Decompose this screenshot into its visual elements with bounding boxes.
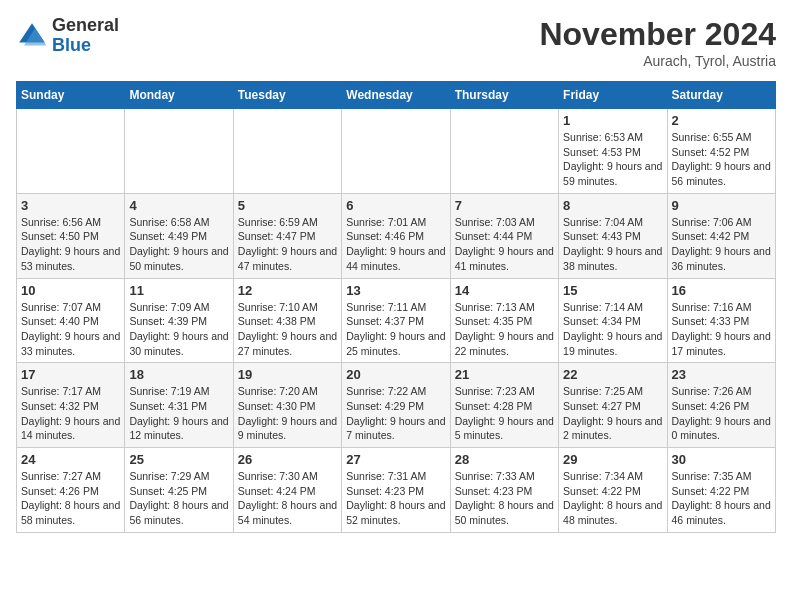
day-number: 13: [346, 283, 445, 298]
calendar-cell: 29Sunrise: 7:34 AM Sunset: 4:22 PM Dayli…: [559, 448, 667, 533]
day-number: 26: [238, 452, 337, 467]
calendar-cell: 22Sunrise: 7:25 AM Sunset: 4:27 PM Dayli…: [559, 363, 667, 448]
calendar-cell: 12Sunrise: 7:10 AM Sunset: 4:38 PM Dayli…: [233, 278, 341, 363]
day-number: 6: [346, 198, 445, 213]
day-info: Sunrise: 7:20 AM Sunset: 4:30 PM Dayligh…: [238, 384, 337, 443]
day-number: 14: [455, 283, 554, 298]
day-info: Sunrise: 7:11 AM Sunset: 4:37 PM Dayligh…: [346, 300, 445, 359]
weekday-header-wednesday: Wednesday: [342, 82, 450, 109]
calendar-cell: 17Sunrise: 7:17 AM Sunset: 4:32 PM Dayli…: [17, 363, 125, 448]
logo-text: General Blue: [52, 16, 119, 56]
month-title: November 2024: [539, 16, 776, 53]
weekday-header-monday: Monday: [125, 82, 233, 109]
calendar-cell: 7Sunrise: 7:03 AM Sunset: 4:44 PM Daylig…: [450, 193, 558, 278]
calendar-cell: 11Sunrise: 7:09 AM Sunset: 4:39 PM Dayli…: [125, 278, 233, 363]
calendar-week-2: 3Sunrise: 6:56 AM Sunset: 4:50 PM Daylig…: [17, 193, 776, 278]
day-number: 17: [21, 367, 120, 382]
day-number: 30: [672, 452, 771, 467]
calendar-cell: 5Sunrise: 6:59 AM Sunset: 4:47 PM Daylig…: [233, 193, 341, 278]
day-info: Sunrise: 7:34 AM Sunset: 4:22 PM Dayligh…: [563, 469, 662, 528]
calendar-cell: 6Sunrise: 7:01 AM Sunset: 4:46 PM Daylig…: [342, 193, 450, 278]
calendar-cell: 26Sunrise: 7:30 AM Sunset: 4:24 PM Dayli…: [233, 448, 341, 533]
calendar-cell: 8Sunrise: 7:04 AM Sunset: 4:43 PM Daylig…: [559, 193, 667, 278]
day-number: 23: [672, 367, 771, 382]
calendar-cell: 23Sunrise: 7:26 AM Sunset: 4:26 PM Dayli…: [667, 363, 775, 448]
calendar-cell: [125, 109, 233, 194]
day-number: 24: [21, 452, 120, 467]
day-info: Sunrise: 7:13 AM Sunset: 4:35 PM Dayligh…: [455, 300, 554, 359]
day-info: Sunrise: 7:03 AM Sunset: 4:44 PM Dayligh…: [455, 215, 554, 274]
day-number: 15: [563, 283, 662, 298]
calendar-cell: 13Sunrise: 7:11 AM Sunset: 4:37 PM Dayli…: [342, 278, 450, 363]
calendar-cell: 16Sunrise: 7:16 AM Sunset: 4:33 PM Dayli…: [667, 278, 775, 363]
day-info: Sunrise: 7:33 AM Sunset: 4:23 PM Dayligh…: [455, 469, 554, 528]
calendar-week-5: 24Sunrise: 7:27 AM Sunset: 4:26 PM Dayli…: [17, 448, 776, 533]
calendar-cell: 19Sunrise: 7:20 AM Sunset: 4:30 PM Dayli…: [233, 363, 341, 448]
calendar-cell: 27Sunrise: 7:31 AM Sunset: 4:23 PM Dayli…: [342, 448, 450, 533]
calendar-table: SundayMondayTuesdayWednesdayThursdayFrid…: [16, 81, 776, 533]
day-info: Sunrise: 7:07 AM Sunset: 4:40 PM Dayligh…: [21, 300, 120, 359]
day-info: Sunrise: 7:23 AM Sunset: 4:28 PM Dayligh…: [455, 384, 554, 443]
calendar-cell: 14Sunrise: 7:13 AM Sunset: 4:35 PM Dayli…: [450, 278, 558, 363]
day-info: Sunrise: 6:58 AM Sunset: 4:49 PM Dayligh…: [129, 215, 228, 274]
weekday-header-row: SundayMondayTuesdayWednesdayThursdayFrid…: [17, 82, 776, 109]
calendar-cell: 15Sunrise: 7:14 AM Sunset: 4:34 PM Dayli…: [559, 278, 667, 363]
logo-line2: Blue: [52, 36, 119, 56]
day-info: Sunrise: 6:53 AM Sunset: 4:53 PM Dayligh…: [563, 130, 662, 189]
day-number: 2: [672, 113, 771, 128]
weekday-header-friday: Friday: [559, 82, 667, 109]
calendar-week-3: 10Sunrise: 7:07 AM Sunset: 4:40 PM Dayli…: [17, 278, 776, 363]
day-info: Sunrise: 6:59 AM Sunset: 4:47 PM Dayligh…: [238, 215, 337, 274]
day-info: Sunrise: 7:35 AM Sunset: 4:22 PM Dayligh…: [672, 469, 771, 528]
day-info: Sunrise: 6:55 AM Sunset: 4:52 PM Dayligh…: [672, 130, 771, 189]
day-number: 5: [238, 198, 337, 213]
calendar-cell: 28Sunrise: 7:33 AM Sunset: 4:23 PM Dayli…: [450, 448, 558, 533]
day-number: 1: [563, 113, 662, 128]
day-number: 18: [129, 367, 228, 382]
calendar-cell: 18Sunrise: 7:19 AM Sunset: 4:31 PM Dayli…: [125, 363, 233, 448]
day-info: Sunrise: 7:30 AM Sunset: 4:24 PM Dayligh…: [238, 469, 337, 528]
day-info: Sunrise: 7:22 AM Sunset: 4:29 PM Dayligh…: [346, 384, 445, 443]
logo-icon: [16, 20, 48, 52]
day-info: Sunrise: 7:26 AM Sunset: 4:26 PM Dayligh…: [672, 384, 771, 443]
calendar-cell: 1Sunrise: 6:53 AM Sunset: 4:53 PM Daylig…: [559, 109, 667, 194]
day-info: Sunrise: 7:29 AM Sunset: 4:25 PM Dayligh…: [129, 469, 228, 528]
day-info: Sunrise: 7:27 AM Sunset: 4:26 PM Dayligh…: [21, 469, 120, 528]
page-header: General Blue November 2024 Aurach, Tyrol…: [16, 16, 776, 69]
location: Aurach, Tyrol, Austria: [539, 53, 776, 69]
day-number: 4: [129, 198, 228, 213]
day-info: Sunrise: 7:31 AM Sunset: 4:23 PM Dayligh…: [346, 469, 445, 528]
day-info: Sunrise: 7:19 AM Sunset: 4:31 PM Dayligh…: [129, 384, 228, 443]
day-info: Sunrise: 6:56 AM Sunset: 4:50 PM Dayligh…: [21, 215, 120, 274]
day-number: 9: [672, 198, 771, 213]
logo: General Blue: [16, 16, 119, 56]
day-info: Sunrise: 7:17 AM Sunset: 4:32 PM Dayligh…: [21, 384, 120, 443]
day-number: 29: [563, 452, 662, 467]
calendar-cell: [342, 109, 450, 194]
day-number: 22: [563, 367, 662, 382]
day-number: 7: [455, 198, 554, 213]
calendar-cell: [233, 109, 341, 194]
calendar-cell: 9Sunrise: 7:06 AM Sunset: 4:42 PM Daylig…: [667, 193, 775, 278]
weekday-header-sunday: Sunday: [17, 82, 125, 109]
day-number: 12: [238, 283, 337, 298]
calendar-cell: [450, 109, 558, 194]
logo-line1: General: [52, 16, 119, 36]
weekday-header-saturday: Saturday: [667, 82, 775, 109]
calendar-cell: 10Sunrise: 7:07 AM Sunset: 4:40 PM Dayli…: [17, 278, 125, 363]
day-number: 19: [238, 367, 337, 382]
weekday-header-thursday: Thursday: [450, 82, 558, 109]
day-info: Sunrise: 7:04 AM Sunset: 4:43 PM Dayligh…: [563, 215, 662, 274]
calendar-cell: [17, 109, 125, 194]
calendar-cell: 2Sunrise: 6:55 AM Sunset: 4:52 PM Daylig…: [667, 109, 775, 194]
calendar-cell: 21Sunrise: 7:23 AM Sunset: 4:28 PM Dayli…: [450, 363, 558, 448]
day-info: Sunrise: 7:25 AM Sunset: 4:27 PM Dayligh…: [563, 384, 662, 443]
day-info: Sunrise: 7:06 AM Sunset: 4:42 PM Dayligh…: [672, 215, 771, 274]
calendar-week-1: 1Sunrise: 6:53 AM Sunset: 4:53 PM Daylig…: [17, 109, 776, 194]
day-number: 25: [129, 452, 228, 467]
calendar-cell: 25Sunrise: 7:29 AM Sunset: 4:25 PM Dayli…: [125, 448, 233, 533]
calendar-cell: 30Sunrise: 7:35 AM Sunset: 4:22 PM Dayli…: [667, 448, 775, 533]
day-info: Sunrise: 7:16 AM Sunset: 4:33 PM Dayligh…: [672, 300, 771, 359]
day-number: 3: [21, 198, 120, 213]
day-number: 27: [346, 452, 445, 467]
